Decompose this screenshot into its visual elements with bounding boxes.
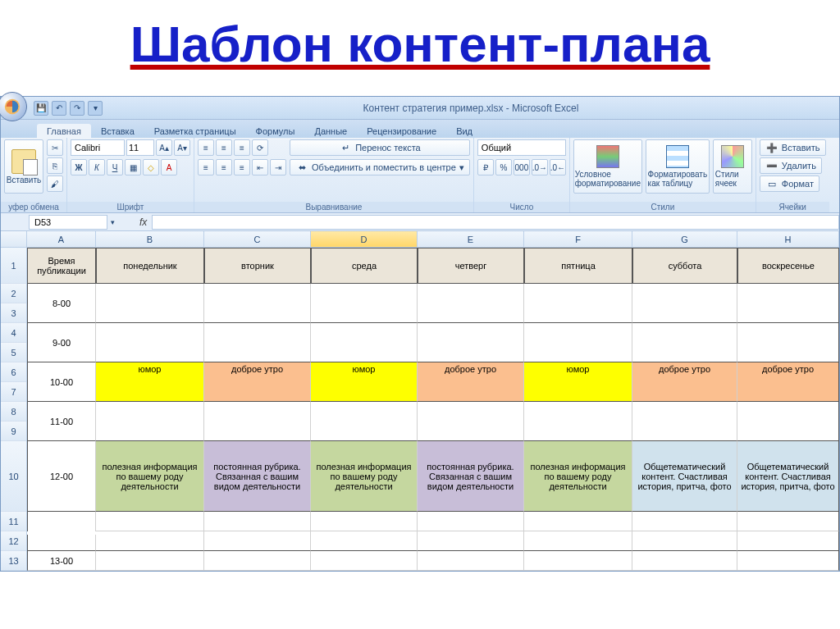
- data-cell[interactable]: [632, 512, 737, 531]
- tab-view[interactable]: Вид: [446, 124, 482, 138]
- data-cell[interactable]: [96, 284, 204, 323]
- qat-dropdown-icon[interactable]: ▾: [88, 101, 103, 116]
- tab-data[interactable]: Данные: [304, 124, 357, 138]
- data-cell[interactable]: [524, 284, 632, 323]
- data-cell[interactable]: [204, 402, 311, 441]
- cell-styles-button[interactable]: Стили ячеек: [713, 139, 752, 194]
- bold-button[interactable]: Ж: [71, 159, 87, 175]
- indent-inc-icon[interactable]: ⇥: [270, 159, 286, 175]
- data-cell[interactable]: [632, 551, 737, 571]
- data-cell[interactable]: [204, 284, 311, 323]
- data-cell[interactable]: [311, 531, 418, 551]
- data-cell[interactable]: юмор: [96, 362, 204, 402]
- indent-dec-icon[interactable]: ⇤: [252, 159, 268, 175]
- data-cell[interactable]: [96, 323, 204, 362]
- row-header[interactable]: 3: [1, 303, 26, 323]
- tab-page-layout[interactable]: Разметка страницы: [144, 124, 246, 138]
- insert-cells-button[interactable]: ➕Вставить: [760, 139, 826, 156]
- row-header[interactable]: 13: [1, 551, 26, 571]
- data-cell[interactable]: [418, 551, 524, 571]
- table-header-cell[interactable]: четверг: [418, 248, 524, 284]
- border-icon[interactable]: ▦: [125, 159, 141, 175]
- align-middle-icon[interactable]: ≡: [216, 139, 232, 156]
- redo-icon[interactable]: ↷: [70, 101, 84, 116]
- table-header-cell[interactable]: пятница: [524, 248, 632, 284]
- data-cell[interactable]: [311, 402, 418, 441]
- conditional-format-button[interactable]: Условное форматирование: [573, 139, 642, 194]
- data-cell[interactable]: доброе утро: [418, 362, 524, 402]
- data-cell[interactable]: доброе утро: [204, 362, 311, 402]
- data-cell[interactable]: [204, 551, 311, 571]
- tab-insert[interactable]: Вставка: [91, 124, 144, 138]
- merge-center-button[interactable]: ⬌Объединить и поместить в центре ▾: [290, 159, 470, 175]
- undo-icon[interactable]: ↶: [52, 101, 66, 116]
- data-cell[interactable]: [204, 512, 311, 531]
- font-size-select[interactable]: [126, 139, 154, 156]
- formula-input[interactable]: [152, 215, 839, 230]
- table-header-cell[interactable]: воскресенье: [737, 248, 839, 284]
- data-cell[interactable]: [632, 323, 737, 362]
- data-cell[interactable]: [311, 323, 418, 362]
- col-header-F[interactable]: F: [524, 231, 632, 248]
- data-cell[interactable]: [524, 323, 632, 362]
- col-header-A[interactable]: A: [27, 231, 96, 248]
- shrink-font-icon[interactable]: A▾: [174, 139, 190, 156]
- data-cell[interactable]: [632, 402, 737, 441]
- row-header[interactable]: 7: [1, 382, 26, 402]
- data-cell[interactable]: [96, 531, 204, 551]
- data-cell[interactable]: [737, 284, 839, 323]
- row-header[interactable]: 1: [1, 248, 26, 284]
- data-cell[interactable]: [311, 512, 418, 531]
- data-cell[interactable]: [737, 551, 839, 571]
- table-header-cell[interactable]: Время публикации: [27, 248, 96, 284]
- data-cell[interactable]: [632, 531, 737, 551]
- office-button[interactable]: [0, 92, 27, 121]
- data-cell[interactable]: полезная информация по вашему роду деяте…: [96, 441, 204, 512]
- select-all-corner[interactable]: [1, 231, 27, 248]
- orientation-icon[interactable]: ⟳: [252, 139, 268, 156]
- align-right-icon[interactable]: ≡: [234, 159, 250, 175]
- table-header-cell[interactable]: вторник: [204, 248, 311, 284]
- data-cell[interactable]: [524, 512, 632, 531]
- col-header-H[interactable]: H: [737, 231, 839, 248]
- data-cell[interactable]: Общетематический контент. Счастливая ист…: [737, 441, 839, 512]
- align-top-icon[interactable]: ≡: [198, 139, 214, 156]
- data-cell[interactable]: Общетематический контент. Счастливая ист…: [632, 441, 737, 512]
- data-cell[interactable]: постоянная рубрика. Связанная с вашим ви…: [204, 441, 311, 512]
- tab-home[interactable]: Главная: [37, 124, 91, 138]
- currency-icon[interactable]: ₽: [477, 159, 494, 175]
- copy-icon[interactable]: ⎘: [47, 157, 63, 174]
- data-cell[interactable]: [737, 512, 839, 531]
- tab-review[interactable]: Рецензирование: [357, 124, 446, 138]
- time-cell[interactable]: 8-00: [27, 284, 96, 323]
- time-cell[interactable]: 10-00: [27, 362, 96, 402]
- grow-font-icon[interactable]: A▴: [156, 139, 172, 156]
- data-cell[interactable]: доброе утро: [737, 362, 839, 402]
- comma-icon[interactable]: 000: [514, 159, 530, 175]
- table-header-cell[interactable]: понедельник: [96, 248, 204, 284]
- data-cell[interactable]: юмор: [311, 362, 418, 402]
- data-cell[interactable]: [96, 551, 204, 571]
- data-cell[interactable]: [418, 323, 524, 362]
- col-header-G[interactable]: G: [632, 231, 737, 248]
- data-cell[interactable]: [96, 402, 204, 441]
- data-cell[interactable]: [204, 531, 311, 551]
- font-color-icon[interactable]: A: [161, 159, 177, 175]
- row-header[interactable]: 9: [1, 422, 26, 441]
- wrap-text-button[interactable]: ↵Перенос текста: [290, 139, 470, 156]
- data-cell[interactable]: [524, 551, 632, 571]
- paste-button[interactable]: Вставить: [4, 139, 43, 194]
- data-cell[interactable]: [737, 402, 839, 441]
- table-header-cell[interactable]: среда: [311, 248, 418, 284]
- cut-icon[interactable]: ✂: [47, 139, 63, 156]
- data-cell[interactable]: [418, 512, 524, 531]
- data-cell[interactable]: юмор: [524, 362, 632, 402]
- name-box[interactable]: D53: [29, 215, 107, 230]
- data-cell[interactable]: полезная информация по вашему роду деяте…: [311, 441, 418, 512]
- data-cell[interactable]: [204, 323, 311, 362]
- col-header-D[interactable]: D: [311, 231, 418, 248]
- data-cell[interactable]: [418, 284, 524, 323]
- namebox-dropdown-icon[interactable]: ▾: [107, 218, 118, 226]
- tab-formulas[interactable]: Формулы: [246, 124, 305, 138]
- row-header[interactable]: 12: [1, 531, 26, 551]
